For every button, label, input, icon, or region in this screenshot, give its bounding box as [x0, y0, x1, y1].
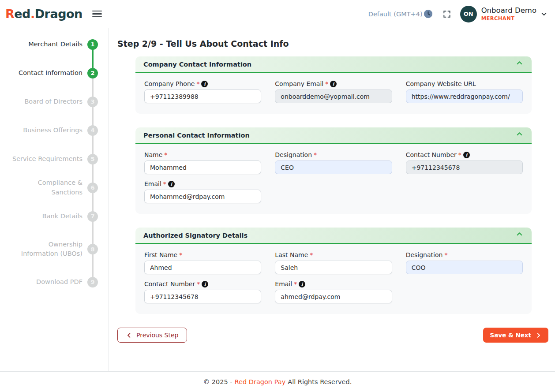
personal-email-input[interactable] [144, 190, 261, 203]
required-marker: * [163, 180, 166, 187]
sidebar-step-compliance-sanctions[interactable]: Compliance & Sanctions 6 [0, 173, 109, 202]
step-label: Compliance & Sanctions [12, 178, 82, 197]
sidebar-step-service-requirements[interactable]: Service Requirements 5 [0, 145, 109, 173]
fullscreen-icon[interactable] [442, 10, 451, 19]
company-website-url-input[interactable] [406, 90, 523, 103]
sidebar-step-bank-details[interactable]: Bank Details 7 [0, 202, 109, 231]
timezone-selector[interactable]: Default (GMT+4) [368, 9, 433, 19]
signatory-first-name-input[interactable] [144, 261, 261, 274]
step-number-badge: 9 [87, 277, 98, 287]
section-body: Name * Designation * Contact Number * [135, 144, 532, 214]
avatar-initials: ON [464, 11, 473, 17]
chevron-right-icon [535, 332, 542, 339]
field-personal-contact-number: Contact Number * i [406, 151, 523, 174]
brand-logo-part: R [5, 7, 14, 21]
step-label: Ownership Information (UBOs) [12, 240, 82, 258]
signatory-contact-number-input[interactable] [144, 290, 261, 303]
required-marker: * [444, 251, 447, 258]
chevron-up-icon[interactable] [515, 59, 524, 69]
required-marker: * [179, 251, 182, 258]
footer-brand-link[interactable]: Red Dragon Pay [235, 378, 286, 385]
sidebar-step-download-pdf[interactable]: Download PDF 9 [0, 268, 109, 296]
section-authorized-signatory-details: Authorized Signatory Details First Name … [135, 228, 532, 314]
brand-logo-part: Dragon [35, 7, 82, 21]
field-label-text: First Name [144, 251, 177, 258]
field-personal-email: Email * i [144, 180, 261, 203]
step-label: Business Offerings [23, 126, 82, 135]
clock-icon [424, 9, 433, 19]
signatory-designation-input[interactable] [406, 261, 523, 274]
chevron-up-icon[interactable] [515, 230, 524, 240]
rights-text: All Rights Reserved. [288, 378, 352, 385]
step-number-badge: 6 [87, 183, 98, 193]
field-label: Email * i [144, 180, 261, 187]
save-next-button[interactable]: Save & Next [483, 328, 548, 343]
personal-designation-input[interactable] [275, 161, 392, 174]
previous-step-label: Previous Step [136, 332, 179, 339]
step-label: Merchant Details [28, 40, 82, 49]
timezone-label: Default (GMT+4) [368, 11, 423, 18]
previous-step-button[interactable]: Previous Step [117, 328, 187, 343]
section-header-authorized-signatory[interactable]: Authorized Signatory Details [135, 228, 532, 244]
user-avatar[interactable]: ON [460, 6, 477, 22]
field-label-text: Email [144, 180, 161, 187]
info-icon: i [168, 181, 175, 187]
info-icon: i [330, 81, 337, 87]
field-label: Contact Number * i [406, 151, 523, 158]
top-header: Red.Dragon Default (GMT+4) ON Onboard De… [0, 0, 555, 28]
company-phone-input[interactable] [144, 90, 261, 103]
sidebar-step-business-offerings[interactable]: Business Offerings 4 [0, 116, 109, 145]
sidebar-step-merchant-details[interactable]: Merchant Details 1 [0, 30, 109, 59]
field-label: Email * i [275, 280, 392, 287]
step-number-badge: 8 [87, 244, 98, 254]
signatory-last-name-input[interactable] [275, 261, 392, 274]
page-body: Merchant Details 1 Contact Information 2… [0, 28, 555, 372]
field-company-website-url: Company Website URL [406, 80, 523, 103]
section-header-personal-contact[interactable]: Personal Contact Information [135, 127, 532, 144]
section-header-company-contact[interactable]: Company Contact Information [135, 56, 532, 73]
section-title: Company Contact Information [143, 61, 251, 68]
step-label: Contact Information [19, 68, 82, 78]
page-title: Step 2/9 - Tell Us About Contact Info [117, 39, 548, 49]
step-label: Service Requirements [12, 154, 82, 164]
user-role-badge: MERCHANT [481, 15, 536, 22]
info-icon: i [299, 281, 305, 287]
step-sidebar: Merchant Details 1 Contact Information 2… [0, 28, 109, 371]
info-icon: i [201, 81, 208, 87]
form-actions: Previous Step Save & Next [117, 328, 548, 343]
sidebar-step-contact-information[interactable]: Contact Information 2 [0, 59, 109, 87]
required-marker: * [196, 80, 199, 87]
chevron-left-icon [126, 332, 132, 339]
personal-name-input[interactable] [144, 161, 261, 174]
section-personal-contact-information: Personal Contact Information Name * Desi… [135, 127, 532, 214]
step-number-badge: 3 [87, 97, 98, 107]
user-name: Onboard Demo [481, 6, 536, 15]
field-signatory-first-name: First Name * [144, 251, 261, 274]
chevron-up-icon[interactable] [515, 130, 524, 140]
section-title: Personal Contact Information [143, 132, 250, 139]
field-label: Designation * [406, 251, 523, 258]
chevron-down-icon[interactable] [540, 10, 548, 18]
hamburger-menu-icon[interactable] [92, 11, 102, 18]
required-marker: * [164, 151, 167, 158]
field-label-text: Designation [406, 251, 443, 258]
sidebar-step-ownership-information[interactable]: Ownership Information (UBOs) 8 [0, 231, 109, 268]
required-marker: * [310, 251, 313, 258]
field-signatory-contact-number: Contact Number * i [144, 280, 261, 303]
step-number-badge: 7 [87, 211, 98, 222]
field-company-email: Company Email * i [275, 80, 392, 103]
company-email-input [275, 90, 392, 103]
main-content: Step 2/9 - Tell Us About Contact Info Co… [109, 28, 555, 371]
required-marker: * [325, 80, 328, 87]
sidebar-step-board-of-directors[interactable]: Board of Directors 3 [0, 87, 109, 116]
step-label: Board of Directors [24, 97, 82, 106]
field-personal-name: Name * [144, 151, 261, 174]
field-label-text: Name [144, 151, 162, 158]
signatory-email-input[interactable] [275, 290, 392, 303]
required-marker: * [458, 151, 461, 158]
field-label: Contact Number * i [144, 280, 261, 287]
field-label-text: Designation [275, 151, 312, 158]
step-label: Download PDF [36, 277, 82, 287]
save-next-label: Save & Next [490, 332, 531, 339]
brand-logo[interactable]: Red.Dragon [5, 7, 82, 21]
